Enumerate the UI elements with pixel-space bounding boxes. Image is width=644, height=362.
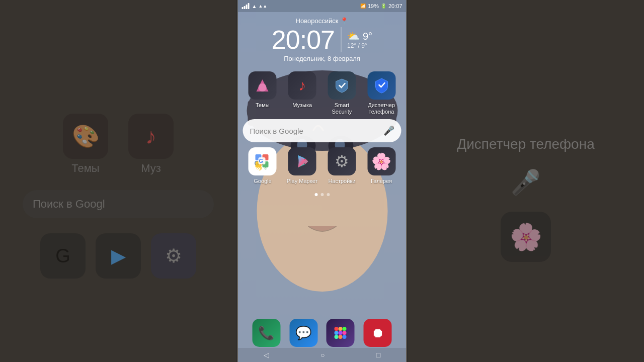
search-placeholder: Поиск в Google [250,127,383,135]
music-icon[interactable]: ♪ [288,71,316,100]
bg-bottom-icons: G ▶ ⚙ [40,233,196,279]
app-settings[interactable]: ⚙ Настройки [324,147,359,185]
settings-label: Настройки [328,178,355,185]
app-dispatcher[interactable]: Диспетчер телефона [364,71,399,115]
svg-point-9 [259,83,267,92]
sim-icon: 📶 [360,4,366,9]
camera-icon: ⏺ [371,325,384,341]
dot-3 [327,193,330,196]
dots-icon [333,325,348,340]
svg-text:G: G [259,158,264,164]
dock-messages[interactable]: 💬 [289,319,317,347]
dispatcher-icon[interactable] [367,71,395,100]
recent-button[interactable]: □ [376,351,380,359]
gallery-icon[interactable]: 🌸 [367,147,395,175]
app-music[interactable]: ♪ Музыка [285,71,320,115]
location-icon: 📍 [340,17,348,25]
app-row-2: G o ogl e G Google [243,147,401,185]
playmarket-label: Play Маркет [287,178,318,185]
themes-label: Темы [256,102,270,109]
weather-range: 12° / 9° [347,42,367,49]
gear-icon: ⚙ [335,152,349,171]
dot-1 [314,193,317,196]
phone-screen: ▲ ▲▲ 📶 19% 🔋 20:07 Новороссийск 📍 20:07 [238,0,407,362]
battery-icon: 🔋 [381,4,386,9]
messages-icon: 💬 [295,325,311,341]
bg-themes-icon: 🎨 [63,114,108,159]
clock-time: 20:07 [272,27,335,53]
security-icon[interactable] [328,71,356,100]
back-button[interactable]: ◁ [264,351,269,359]
cloud-icon: ⛅ [347,30,360,42]
temp-value: 9° [363,31,372,42]
city-row: Новороссийск 📍 [243,17,401,25]
google-label: Google [254,178,271,185]
status-bar: ▲ ▲▲ 📶 19% 🔋 20:07 [238,0,407,12]
flower-icon: 🌸 [371,152,391,171]
wifi-icon: ▲ [252,4,257,9]
bg-left-content: 🎨 Темы ♪ Муз Поиск в Googl G ▶ ⚙ [0,0,236,362]
bg-search-bar: Поиск в Googl [23,190,214,218]
svg-point-27 [335,327,339,331]
svg-point-30 [335,331,339,335]
status-right: 📶 19% 🔋 20:07 [360,3,403,9]
weather-block: ⛅ 9° 12° / 9° [347,30,372,49]
dock-dots-app[interactable] [327,319,355,347]
bg-search-text: Поиск в Googl [33,198,105,211]
google-icon[interactable]: G o ogl e G [249,147,277,175]
divider [341,27,341,52]
bg-flower-icon: 🌸 [501,212,551,262]
music-label: Музыка [292,102,312,109]
svg-point-28 [339,327,343,331]
security-label: Smart Security [324,102,359,115]
weather-temp: ⛅ 9° [347,30,372,42]
app-row-1: Темы ♪ Музыка Smart Security [243,71,401,115]
signal-icon [242,3,250,9]
svg-point-32 [343,331,347,335]
svg-point-33 [335,335,339,339]
app-security[interactable]: Smart Security [324,71,359,115]
app-themes[interactable]: Темы [245,71,280,115]
dot-2 [320,193,324,196]
page-dots [243,193,401,196]
city-name: Новороссийск [296,17,339,25]
gallery-label: Галерея [371,178,392,185]
dock-camera[interactable]: ⏺ [364,319,392,347]
dock-phone[interactable]: 📞 [252,319,280,347]
dispatcher-label: Диспетчер телефона [364,102,399,115]
home-button[interactable]: ○ [320,351,325,359]
svg-point-29 [343,327,347,331]
screen-wrapper: 🎨 Темы ♪ Муз Поиск в Googl G ▶ ⚙ [0,0,644,362]
clock-row: 20:07 ⛅ 9° 12° / 9° [243,27,401,53]
themes-icon[interactable] [249,71,277,100]
bg-dispatcher-label: Диспетчер телефона [457,135,594,153]
status-left: ▲ ▲▲ [242,3,268,9]
bg-google-icon: G [40,233,86,279]
bg-mic-icon: 🎤 [511,168,541,197]
clock-widget: Новороссийск 📍 20:07 ⛅ 9° 12° / 9° Понед… [243,12,401,66]
time-status: 20:07 [388,3,403,9]
bg-settings-icon: ⚙ [151,233,196,279]
playmarket-icon[interactable] [288,147,316,175]
app-google[interactable]: G o ogl e G Google [245,147,280,185]
app-gallery[interactable]: 🌸 Галерея [364,147,399,185]
svg-point-35 [343,335,347,339]
app-playmarket[interactable]: Play Маркет [285,147,320,185]
mic-icon[interactable]: 🎤 [383,125,394,136]
dock: 📞 💬 ⏺ [238,319,407,347]
nav-bar: ◁ ○ □ [238,348,407,362]
signal-strength: ▲▲ [258,4,267,9]
battery-level: 19% [368,3,379,9]
svg-point-31 [339,331,343,335]
date-text: Понедельник, 8 февраля [243,55,401,62]
music-note-icon: ♪ [298,77,306,94]
bg-themes-label: Темы [71,162,99,175]
bg-play-icon: ▶ [96,233,141,279]
bg-music-icon: ♪ [128,114,174,159]
bg-music-label: Муз [141,162,161,175]
clock-widget-area: Новороссийск 📍 20:07 ⛅ 9° 12° / 9° Понед… [238,12,407,196]
phone-icon: 📞 [258,325,274,341]
bg-right-content: Диспетчер телефона 🎤 🌸 [408,0,644,362]
google-search-bar[interactable]: Поиск в Google 🎤 [243,119,401,142]
settings-icon[interactable]: ⚙ [328,147,356,175]
